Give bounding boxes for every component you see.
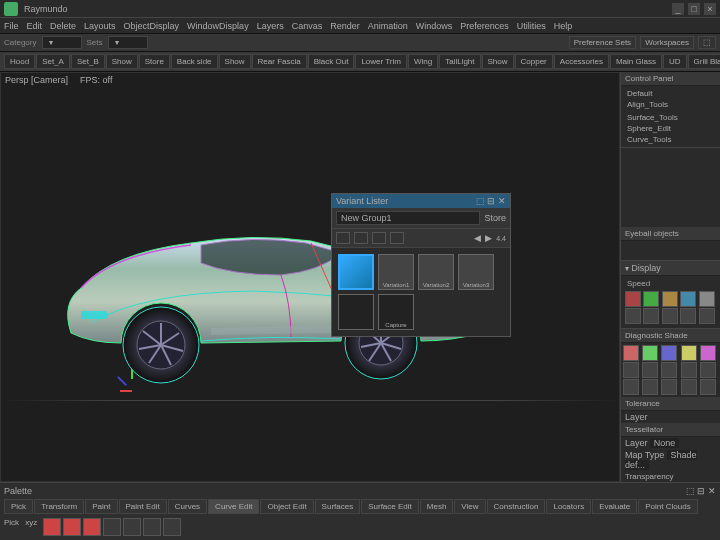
ptab-pick[interactable]: Pick	[4, 499, 33, 514]
display-swatch[interactable]	[699, 291, 715, 307]
ptab-construction[interactable]: Construction	[487, 499, 546, 514]
variant-thumb[interactable]	[338, 294, 374, 330]
variant-thumb[interactable]: Variation1	[378, 254, 414, 290]
cp-default[interactable]: Default	[623, 88, 718, 99]
display-swatch[interactable]	[643, 291, 659, 307]
variant-tool-icon[interactable]	[336, 232, 350, 244]
cp-surface[interactable]: Surface_Tools	[623, 112, 718, 123]
ptab-paintedit[interactable]: Paint Edit	[119, 499, 167, 514]
palette-tool-icon[interactable]	[43, 518, 61, 536]
shelf-show2[interactable]: Show	[219, 54, 251, 69]
shelf-grillblades[interactable]: Grill Blades Top	[688, 54, 721, 69]
palette-tool-icon[interactable]	[143, 518, 161, 536]
palette-tool-icon[interactable]	[103, 518, 121, 536]
menu-windows[interactable]: Windows	[416, 21, 453, 31]
display-swatch[interactable]	[625, 291, 641, 307]
menu-file[interactable]: File	[4, 21, 19, 31]
cp-align[interactable]: Align_Tools	[623, 99, 718, 110]
minimize-button[interactable]: _	[672, 3, 684, 15]
shelf-show3[interactable]: Show	[482, 54, 514, 69]
display-swatch[interactable]	[680, 308, 696, 324]
shelf-setb[interactable]: Set_B	[71, 54, 105, 69]
shelf-hood[interactable]: Hood	[4, 54, 35, 69]
variant-thumb-active[interactable]	[338, 254, 374, 290]
shelf-copper[interactable]: Copper	[515, 54, 553, 69]
ptab-view[interactable]: View	[454, 499, 485, 514]
ptab-paint[interactable]: Paint	[85, 499, 117, 514]
diag-icon[interactable]	[681, 345, 697, 361]
variant-play-icon[interactable]: ▶	[485, 233, 492, 243]
menu-layouts[interactable]: Layouts	[84, 21, 116, 31]
diag-icon[interactable]	[700, 362, 716, 378]
display-swatch[interactable]	[662, 308, 678, 324]
shelf-taillight[interactable]: TailLight	[439, 54, 480, 69]
shelf-mainglass[interactable]: Main Glass	[610, 54, 662, 69]
diag-icon[interactable]	[623, 362, 639, 378]
display-swatch[interactable]	[699, 308, 715, 324]
prefsets-button[interactable]: Preference Sets	[569, 36, 636, 49]
sets-dropdown[interactable]: ▾	[108, 36, 148, 49]
viewport[interactable]: Persp [Camera] FPS: off	[0, 72, 620, 482]
menu-help[interactable]: Help	[554, 21, 573, 31]
menu-canvas[interactable]: Canvas	[292, 21, 323, 31]
palette-tool-icon[interactable]	[83, 518, 101, 536]
cp-sphere[interactable]: Sphere_Edit	[623, 123, 718, 134]
ptab-evaluate[interactable]: Evaluate	[592, 499, 637, 514]
toolbar-icon[interactable]: ⬚	[698, 36, 716, 49]
display-swatch[interactable]	[662, 291, 678, 307]
menu-windowdisplay[interactable]: WindowDisplay	[187, 21, 249, 31]
diag-icon[interactable]	[661, 345, 677, 361]
ptab-surfaces[interactable]: Surfaces	[315, 499, 361, 514]
diag-icon[interactable]	[681, 362, 697, 378]
workspaces-button[interactable]: Workspaces	[640, 36, 694, 49]
category-dropdown[interactable]: ▾	[42, 36, 82, 49]
ptab-pointclouds[interactable]: Point Clouds	[638, 499, 697, 514]
shelf-blackout[interactable]: Black Out	[308, 54, 355, 69]
ptab-curves[interactable]: Curves	[168, 499, 207, 514]
ptab-transform[interactable]: Transform	[34, 499, 84, 514]
variant-tool-icon[interactable]	[390, 232, 404, 244]
menu-render[interactable]: Render	[330, 21, 360, 31]
variant-capture[interactable]: Capture	[378, 294, 414, 330]
diag-icon[interactable]	[623, 345, 639, 361]
shelf-ud[interactable]: UD	[663, 54, 687, 69]
shelf-store[interactable]: Store	[139, 54, 170, 69]
diag-icon[interactable]	[642, 362, 658, 378]
cp-curve[interactable]: Curve_Tools	[623, 134, 718, 145]
ptab-surfaceedit[interactable]: Surface Edit	[361, 499, 419, 514]
ptab-curveedit[interactable]: Curve Edit	[208, 499, 259, 514]
shelf-show1[interactable]: Show	[106, 54, 138, 69]
diag-icon[interactable]	[642, 345, 658, 361]
ptab-mesh[interactable]: Mesh	[420, 499, 454, 514]
shelf-lowertrim[interactable]: Lower Trim	[355, 54, 407, 69]
menu-utilities[interactable]: Utilities	[517, 21, 546, 31]
variant-thumb[interactable]: Variation3	[458, 254, 494, 290]
palette-tool-icon[interactable]	[123, 518, 141, 536]
display-swatch[interactable]	[680, 291, 696, 307]
menu-animation[interactable]: Animation	[368, 21, 408, 31]
menu-preferences[interactable]: Preferences	[460, 21, 509, 31]
shelf-seta[interactable]: Set_A	[36, 54, 70, 69]
shelf-accessories[interactable]: Accessories	[554, 54, 609, 69]
variant-tool-icon[interactable]	[354, 232, 368, 244]
variant-prev-icon[interactable]: ◀	[474, 233, 481, 243]
menu-objectdisplay[interactable]: ObjectDisplay	[124, 21, 180, 31]
menu-delete[interactable]: Delete	[50, 21, 76, 31]
palette-tool-icon[interactable]	[163, 518, 181, 536]
close-button[interactable]: ×	[704, 3, 716, 15]
tess-dropdown[interactable]: None	[650, 438, 680, 448]
variant-controls[interactable]: ⬚ ⊟ ✕	[476, 196, 506, 206]
palette-tool-icon[interactable]	[63, 518, 81, 536]
diag-icon[interactable]	[661, 362, 677, 378]
ptab-locators[interactable]: Locators	[546, 499, 591, 514]
display-swatch[interactable]	[643, 308, 659, 324]
maximize-button[interactable]: □	[688, 3, 700, 15]
diag-icon[interactable]	[681, 379, 697, 395]
diag-icon[interactable]	[661, 379, 677, 395]
ptab-objectedit[interactable]: Object Edit	[260, 499, 313, 514]
shelf-rearfascia[interactable]: Rear Fascia	[252, 54, 307, 69]
diag-icon[interactable]	[700, 379, 716, 395]
variant-store-button[interactable]: Store	[484, 213, 506, 223]
palette-controls[interactable]: ⬚ ⊟ ✕	[686, 486, 716, 496]
shelf-wing[interactable]: Wing	[408, 54, 438, 69]
